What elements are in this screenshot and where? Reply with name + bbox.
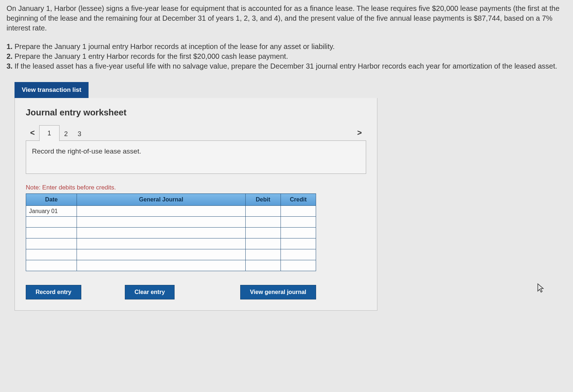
q1-text: Prepare the January 1 journal entry Harb… xyxy=(15,42,335,52)
debits-credits-note: Note: Enter debits before credits. xyxy=(26,184,366,191)
cell-date[interactable] xyxy=(26,238,77,249)
problem-paragraph: On January 1, Harbor (lessee) signs a fi… xyxy=(7,4,566,33)
cell-general-journal[interactable] xyxy=(77,238,245,249)
q2-number: 2. xyxy=(7,52,15,61)
cell-debit[interactable] xyxy=(245,228,281,238)
next-entry-button[interactable]: > xyxy=(353,125,366,141)
cell-general-journal[interactable] xyxy=(77,217,245,228)
table-row xyxy=(26,228,316,238)
entry-description: Record the right-of-use lease asset. xyxy=(26,140,366,174)
worksheet-button-row: Record entry Clear entry View general jo… xyxy=(26,285,316,299)
cell-date[interactable] xyxy=(26,228,77,238)
cell-credit[interactable] xyxy=(281,228,316,238)
cell-credit[interactable] xyxy=(281,249,316,260)
worksheet-title: Journal entry worksheet xyxy=(26,107,366,118)
tab-3[interactable]: 3 xyxy=(73,127,86,141)
prev-entry-button[interactable]: < xyxy=(26,125,39,141)
cell-date[interactable] xyxy=(26,217,77,228)
tab-1[interactable]: 1 xyxy=(39,125,60,141)
cell-debit[interactable] xyxy=(245,260,281,271)
q2-text: Prepare the January 1 entry Harbor recor… xyxy=(15,52,288,61)
cell-date[interactable] xyxy=(26,249,77,260)
cell-credit[interactable] xyxy=(281,238,316,249)
cell-credit[interactable] xyxy=(281,217,316,228)
cell-general-journal[interactable] xyxy=(77,228,245,238)
cell-date[interactable] xyxy=(26,260,77,271)
table-row xyxy=(26,238,316,249)
table-row xyxy=(26,249,316,260)
q1-number: 1. xyxy=(7,42,15,52)
journal-entry-table: Date General Journal Debit Credit Januar… xyxy=(26,193,316,271)
table-row xyxy=(26,260,316,271)
cell-credit[interactable] xyxy=(281,260,316,271)
cell-debit[interactable] xyxy=(245,206,281,217)
problem-statement: On January 1, Harbor (lessee) signs a fi… xyxy=(0,0,573,33)
tab-2[interactable]: 2 xyxy=(59,127,73,141)
view-transaction-list-button[interactable]: View transaction list xyxy=(15,82,89,98)
cell-general-journal[interactable] xyxy=(77,206,245,217)
q3-text: If the leased asset has a five-year usef… xyxy=(15,61,557,71)
view-general-journal-button[interactable]: View general journal xyxy=(240,285,316,299)
record-entry-button[interactable]: Record entry xyxy=(26,285,81,299)
cell-general-journal[interactable] xyxy=(77,249,245,260)
cell-date[interactable]: January 01 xyxy=(26,206,77,217)
problem-questions: 1. Prepare the January 1 journal entry H… xyxy=(0,35,573,71)
table-row xyxy=(26,217,316,228)
header-date: Date xyxy=(26,194,77,206)
clear-entry-button[interactable]: Clear entry xyxy=(125,285,175,299)
cell-debit[interactable] xyxy=(245,217,281,228)
header-credit: Credit xyxy=(281,194,316,206)
cell-debit[interactable] xyxy=(245,238,281,249)
q3-number: 3. xyxy=(7,61,15,71)
cell-general-journal[interactable] xyxy=(77,260,245,271)
cell-debit[interactable] xyxy=(245,249,281,260)
cursor-icon xyxy=(537,283,545,295)
header-general-journal: General Journal xyxy=(77,194,245,206)
worksheet-tab-bar: < 1 2 3 > xyxy=(26,125,366,141)
journal-worksheet-panel: Journal entry worksheet < 1 2 3 > Record… xyxy=(15,98,377,311)
header-debit: Debit xyxy=(245,194,281,206)
table-row: January 01 xyxy=(26,206,316,217)
cell-credit[interactable] xyxy=(281,206,316,217)
